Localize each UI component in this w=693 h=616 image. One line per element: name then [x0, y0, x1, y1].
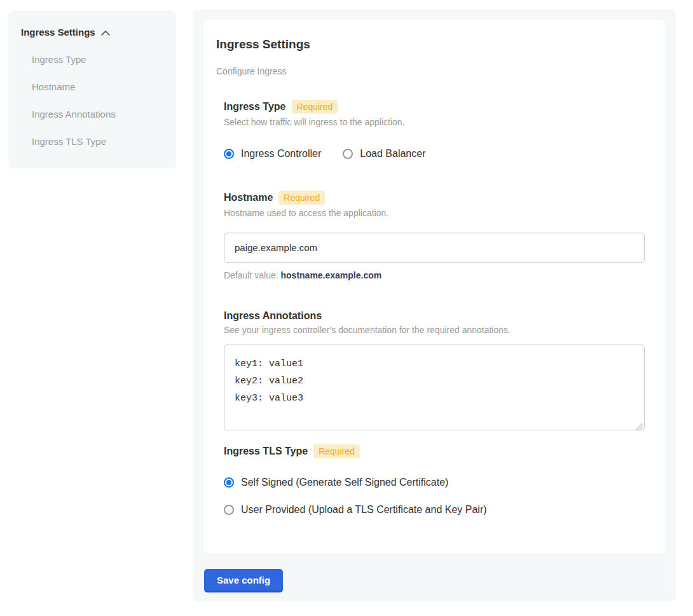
config-main-panel: Ingress Settings Configure Ingress Ingre… [193, 10, 676, 602]
page-subtitle: Configure Ingress [216, 66, 645, 76]
radio-unselected-icon[interactable] [224, 505, 234, 515]
radio-self-signed[interactable]: Self Signed (Generate Self Signed Certif… [224, 477, 645, 488]
sidebar-group-label: Ingress Settings [21, 27, 95, 38]
radio-label: User Provided (Upload a TLS Certificate … [241, 504, 487, 516]
radio-selected-icon[interactable] [224, 149, 234, 159]
sidebar-item-ingress-type[interactable]: Ingress Type [21, 54, 163, 65]
ingress-tls-radio-group: Self Signed (Generate Self Signed Certif… [224, 477, 645, 516]
sidebar-item-ingress-tls-type[interactable]: Ingress TLS Type [21, 136, 163, 147]
radio-label: Load Balancer [360, 148, 425, 160]
section-ingress-annotations: Ingress Annotations See your ingress con… [224, 310, 645, 430]
hostname-label: Hostname [224, 192, 273, 203]
radio-label: Self Signed (Generate Self Signed Certif… [241, 477, 448, 488]
section-ingress-type: Ingress Type Required Select how traffic… [224, 100, 645, 160]
chevron-up-icon [101, 31, 110, 36]
required-badge: Required [313, 444, 360, 458]
ingress-annotations-textarea[interactable]: key1: value1 key2: value2 key3: value3 [224, 345, 645, 430]
hostname-help: Hostname used to access the application. [224, 208, 645, 218]
hostname-default-line: Default value: hostname.example.com [224, 270, 645, 280]
ingress-type-label: Ingress Type [224, 101, 286, 113]
required-badge: Required [292, 100, 338, 114]
ingress-annotations-label: Ingress Annotations [224, 310, 322, 322]
config-sidebar: Ingress Settings Ingress Type Hostname I… [8, 11, 176, 168]
save-config-button[interactable]: Save config [204, 569, 283, 592]
sidebar-group-ingress-settings[interactable]: Ingress Settings [21, 27, 163, 38]
resize-grip-icon[interactable] [636, 421, 643, 428]
sidebar-item-list: Ingress Type Hostname Ingress Annotation… [21, 54, 163, 147]
section-ingress-tls-type: Ingress TLS Type Required Self Signed (G… [224, 444, 645, 516]
ingress-tls-type-label: Ingress TLS Type [224, 446, 308, 457]
radio-load-balancer[interactable]: Load Balancer [343, 148, 425, 160]
radio-label: Ingress Controller [241, 148, 321, 160]
radio-ingress-controller[interactable]: Ingress Controller [224, 148, 321, 160]
ingress-type-radio-group: Ingress Controller Load Balancer [224, 148, 645, 160]
radio-selected-icon[interactable] [224, 477, 234, 488]
ingress-annotations-help: See your ingress controller's documentat… [224, 325, 645, 335]
ingress-type-help: Select how traffic will ingress to the a… [224, 117, 645, 127]
sidebar-item-hostname[interactable]: Hostname [21, 81, 163, 92]
section-hostname: Hostname Required Hostname used to acces… [224, 191, 645, 280]
page-title: Ingress Settings [216, 38, 645, 51]
hostname-input[interactable] [224, 233, 645, 263]
radio-unselected-icon[interactable] [343, 149, 353, 159]
sidebar-item-ingress-annotations[interactable]: Ingress Annotations [21, 109, 163, 120]
default-value-text: hostname.example.com [281, 270, 382, 280]
required-badge: Required [278, 191, 325, 205]
ingress-annotations-textarea-wrap: key1: value1 key2: value2 key3: value3 [224, 345, 645, 430]
config-page: Ingress Settings Ingress Type Hostname I… [0, 0, 693, 616]
config-card: Ingress Settings Configure Ingress Ingre… [203, 20, 665, 554]
radio-user-provided[interactable]: User Provided (Upload a TLS Certificate … [224, 504, 645, 516]
default-value-label: Default value: [224, 270, 278, 280]
